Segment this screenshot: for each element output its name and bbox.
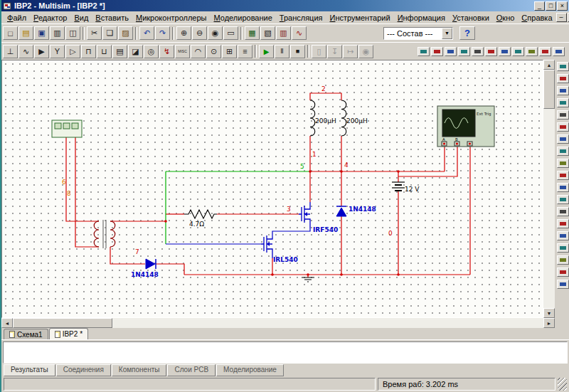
horizontal-scrollbar[interactable]: ◄ ► [1,318,555,328]
agilent-multimeter-icon[interactable] [557,243,569,253]
open-folder-icon[interactable]: ▤ [18,26,33,40]
four-channel-oscilloscope-icon[interactable] [557,110,569,120]
vertical-scroll-thumb[interactable] [543,70,555,109]
place-mixed-icon[interactable]: ◪ [128,45,143,58]
paste-icon[interactable]: ▨ [118,26,133,40]
inductor1-component[interactable] [310,100,315,136]
tab-components[interactable]: Компоненты [112,364,167,376]
pause-simulation-button[interactable]: Ⅱ [275,45,289,58]
horizontal-scroll-thumb[interactable] [13,318,112,328]
multimeter-icon[interactable] [418,47,430,56]
combo-dropdown-icon[interactable]: ▼ [442,28,452,39]
place-diode-icon[interactable]: ▶ [34,45,49,58]
scroll-up-icon[interactable]: ▲ [543,60,555,70]
in-use-list[interactable]: --- Состав --- ▼ [383,27,453,40]
place-misc-digital-icon[interactable]: ▤ [112,45,127,58]
menu-place[interactable]: Вставить [92,13,132,23]
transformer-component[interactable] [94,220,115,248]
logic-analyzer-icon[interactable] [557,159,569,168]
blue-wires[interactable] [166,228,310,244]
iv-analyzer-icon[interactable] [557,183,569,192]
bode-plotter-icon[interactable] [557,122,569,132]
cut-icon[interactable]: ✂ [87,26,102,40]
zoom-area-icon[interactable]: ▭ [223,26,238,40]
logic-converter-icon[interactable] [557,171,569,180]
print-icon[interactable]: ▥ [50,26,65,40]
database-icon[interactable]: ▥ [276,26,291,40]
new-document-icon[interactable]: □ [3,26,18,40]
schematic[interactable]: Ext Trig A B 2 1 5 4 3 0 6 8 [2,60,543,317]
tab-ibp2[interactable]: IBP2 * [49,328,88,339]
tab-simulation[interactable]: Моделирование [216,364,284,376]
place-indicator-icon[interactable]: ◎ [144,45,159,58]
spreadsheet-content[interactable] [3,341,568,364]
scroll-left-icon[interactable]: ◄ [1,318,13,328]
place-transistor-icon[interactable]: Y [50,45,65,58]
zoom-full-icon[interactable]: ◉ [208,26,223,40]
help-button[interactable]: ? [459,26,475,40]
undo-icon[interactable]: ↶ [139,26,154,40]
tektronix-oscilloscope-icon[interactable] [557,267,569,277]
zoom-out-icon[interactable]: ⊖ [192,26,207,40]
project-bar-icon[interactable]: ▦ [245,26,260,40]
menu-transfer[interactable]: Трансляция [276,13,326,23]
logic-converter-icon[interactable] [512,47,524,56]
place-electromech-icon[interactable]: ⊙ [206,45,221,58]
measurement-probe-icon[interactable] [553,47,565,56]
oscilloscope-instrument[interactable]: Ext Trig A B [437,106,494,147]
scroll-right-icon[interactable]: ► [543,318,555,328]
menu-tools[interactable]: Инструментарий [326,13,394,23]
close-button[interactable]: × [557,1,568,11]
save-icon[interactable]: ▣ [34,26,49,40]
connector-component[interactable] [52,120,82,137]
place-hierarchical-icon[interactable]: ⊞ [222,45,237,58]
network-analyzer-icon[interactable] [539,47,551,56]
distortion-analyzer-icon[interactable] [557,195,569,204]
redo-icon[interactable]: ↷ [155,26,170,40]
logic-analyzer-icon[interactable] [499,47,511,56]
menu-mcu[interactable]: Микроконтроллеры [132,13,211,23]
menu-simulate[interactable]: Моделирование [211,13,276,23]
mosfet2-component[interactable] [261,235,272,258]
bode-plotter-icon[interactable] [472,47,484,56]
vertical-scrollbar[interactable]: ▲ ▼ [543,60,555,318]
menu-reports[interactable]: Информация [394,13,449,23]
place-rf-icon[interactable]: ◠ [191,45,206,58]
tab-results[interactable]: Результаты [4,364,55,376]
menu-help[interactable]: Справка [518,13,555,23]
oscilloscope-icon[interactable] [458,47,470,56]
place-cmos-icon[interactable]: ⊔ [97,45,112,58]
step-over-icon[interactable]: ↦ [343,45,358,58]
grapher-icon[interactable]: ∿ [292,26,307,40]
menu-view[interactable]: Вид [70,13,92,23]
pause-at-condition-icon[interactable]: ▯ [312,45,326,58]
agilent-function-generator-icon[interactable] [557,231,569,240]
word-generator-icon[interactable] [557,147,569,156]
oscilloscope-icon[interactable] [557,98,569,107]
spreadsheet-icon[interactable]: ▧ [260,26,275,40]
network-analyzer-icon[interactable] [557,219,569,228]
place-misc-icon[interactable]: MISC [175,45,190,58]
stop-simulation-button[interactable]: ■ [290,45,305,58]
resistor-component[interactable] [184,210,217,218]
schematic-canvas[interactable]: Ext Trig A B 2 1 5 4 3 0 6 8 [1,60,543,318]
agilent-oscilloscope-icon[interactable] [557,255,569,265]
place-source-icon[interactable]: ⊥ [3,45,18,58]
tab-nets[interactable]: Соединения [56,364,111,376]
frequency-counter-icon[interactable] [557,134,569,144]
word-generator-icon[interactable] [485,47,497,56]
current-probe-icon[interactable] [557,280,569,289]
place-power-icon[interactable]: ↯ [159,45,174,58]
minimize-button[interactable]: _ [534,1,545,11]
spectrum-analyzer-icon[interactable] [526,47,538,56]
ground-symbol[interactable] [302,277,314,282]
tab-schema1[interactable]: Схема1 [4,329,48,339]
breakpoint-icon[interactable]: ◉ [358,45,373,58]
place-bus-icon[interactable]: ≡ [238,45,252,58]
place-ttl-icon[interactable]: ⊓ [81,45,96,58]
place-analog-icon[interactable]: ▷ [65,45,80,58]
mosfet1-component[interactable] [299,202,310,228]
mdi-minimize-button[interactable]: – [556,13,567,22]
copy-icon[interactable]: ❏ [102,26,117,40]
menu-file[interactable]: Файл [4,13,30,23]
